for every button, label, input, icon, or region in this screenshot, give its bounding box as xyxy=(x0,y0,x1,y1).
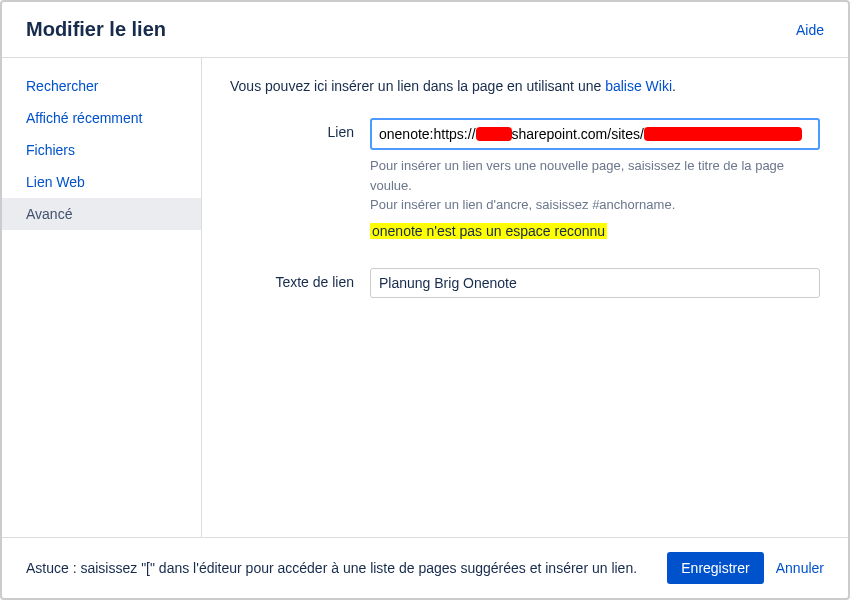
link-text-row: Texte de lien xyxy=(230,268,820,298)
link-input[interactable]: onenote:https://sharepoint.com/sites/ xyxy=(370,118,820,150)
link-field-wrap: onenote:https://sharepoint.com/sites/ Po… xyxy=(370,118,820,240)
sidebar: Rechercher Affiché récemment Fichiers Li… xyxy=(2,58,202,537)
sidebar-item-label: Affiché récemment xyxy=(26,110,142,126)
sidebar-item-recent[interactable]: Affiché récemment xyxy=(2,102,201,134)
hint-line1: Pour insérer un lien vers une nouvelle p… xyxy=(370,158,784,193)
redacted-segment xyxy=(644,127,802,141)
intro-suffix: . xyxy=(672,78,676,94)
hint-line2: Pour insérer un lien d'ancre, saisissez … xyxy=(370,197,675,212)
sidebar-item-label: Lien Web xyxy=(26,174,85,190)
dialog-footer: Astuce : saisissez "[" dans l'éditeur po… xyxy=(2,537,848,598)
sidebar-item-label: Fichiers xyxy=(26,142,75,158)
link-error: onenote n'est pas un espace reconnu xyxy=(370,223,607,239)
footer-actions: Enregistrer Annuler xyxy=(667,552,824,584)
dialog-header: Modifier le lien Aide xyxy=(2,2,848,58)
intro-text: Vous pouvez ici insérer un lien dans la … xyxy=(230,78,820,94)
wiki-tag-link[interactable]: balise Wiki xyxy=(605,78,672,94)
link-value-part2: sharepoint.com/sites/ xyxy=(512,126,644,142)
sidebar-item-files[interactable]: Fichiers xyxy=(2,134,201,166)
edit-link-dialog: Modifier le lien Aide Rechercher Affiché… xyxy=(0,0,850,600)
sidebar-item-weblink[interactable]: Lien Web xyxy=(2,166,201,198)
intro-prefix: Vous pouvez ici insérer un lien dans la … xyxy=(230,78,605,94)
sidebar-item-search[interactable]: Rechercher xyxy=(2,70,201,102)
cancel-button[interactable]: Annuler xyxy=(776,560,824,576)
link-value-part1: onenote:https:// xyxy=(379,126,476,142)
sidebar-item-label: Avancé xyxy=(26,206,72,222)
main-panel: Vous pouvez ici insérer un lien dans la … xyxy=(202,58,848,537)
save-button[interactable]: Enregistrer xyxy=(667,552,763,584)
footer-tip: Astuce : saisissez "[" dans l'éditeur po… xyxy=(26,560,637,576)
sidebar-item-advanced[interactable]: Avancé xyxy=(2,198,201,230)
link-text-field-wrap xyxy=(370,268,820,298)
sidebar-item-label: Rechercher xyxy=(26,78,98,94)
dialog-title: Modifier le lien xyxy=(26,18,166,41)
help-link[interactable]: Aide xyxy=(796,22,824,38)
link-row: Lien onenote:https://sharepoint.com/site… xyxy=(230,118,820,240)
redacted-segment xyxy=(476,127,512,141)
link-label: Lien xyxy=(230,118,370,140)
link-hint: Pour insérer un lien vers une nouvelle p… xyxy=(370,156,820,215)
link-text-input[interactable] xyxy=(370,268,820,298)
link-text-label: Texte de lien xyxy=(230,268,370,290)
dialog-body: Rechercher Affiché récemment Fichiers Li… xyxy=(2,58,848,537)
